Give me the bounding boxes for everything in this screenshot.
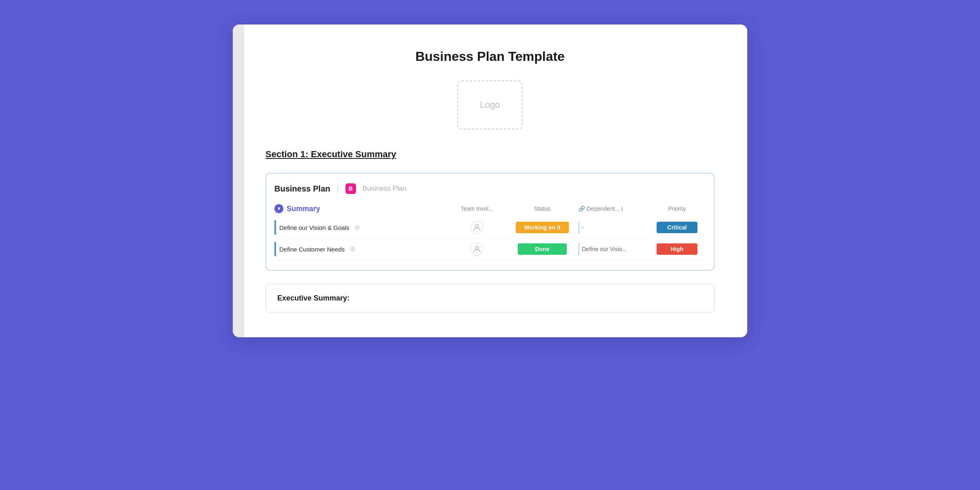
add-subtask-icon[interactable]: ⊕ [350,245,356,254]
depends-value: - [582,224,584,231]
priority-badge: Critical [657,222,697,233]
logo-placeholder: Logo [457,80,523,129]
group-label: Summary [287,205,320,213]
depends-cell: Define our Visio... [575,239,648,259]
col-header-priority: Priority [648,204,706,214]
task-name-cell: Define Customer Needs ⊕ [274,238,444,260]
avatar [470,221,483,234]
document-container: Business Plan Template Logo Section 1: E… [233,24,747,337]
board-header: Business Plan | B Business Plan [274,183,706,194]
task-name: Define Customer Needs [279,246,345,253]
team-cell [444,218,510,237]
section-heading: Section 1: Executive Summary [265,149,715,160]
task-rows-container: Define our Vision & Goals ⊕ Working on i… [274,217,706,260]
board-title: Business Plan [274,184,330,194]
depends-cell: - [575,218,648,237]
board-badge-label: Business Plan [363,185,407,193]
summary-group: ▼ Summary Team Invol... Status 🔗 Depende… [274,204,706,260]
svg-point-0 [475,225,479,228]
depends-bar [578,221,579,234]
status-badge: Done [518,243,567,255]
priority-cell: Critical [648,218,706,236]
task-name-cell: Define our Vision & Goals ⊕ [274,217,444,238]
task-color-bar [274,220,276,235]
depends-bar [578,243,579,256]
task-color-bar [274,242,276,256]
link-icon: 🔗 [578,205,585,212]
board-badge: B [345,183,356,194]
task-name: Define our Vision & Goals [279,224,349,231]
doc-title: Business Plan Template [265,49,715,64]
exec-summary-card: Executive Summary: [265,284,715,313]
status-badge: Working on it [516,222,568,233]
summary-header-row: ▼ Summary Team Invol... Status 🔗 Depende… [274,204,706,214]
col-header-status: Status [510,204,575,214]
col-header-team: Team Invol... [444,204,510,214]
group-chevron-icon[interactable]: ▼ [274,204,283,213]
team-cell [444,239,510,259]
status-cell: Done [510,240,575,258]
exec-summary-title: Executive Summary: [277,294,350,302]
doc-sidebar-strip [233,24,244,337]
col-header-task [336,204,444,214]
status-cell: Working on it [510,218,575,236]
priority-badge: High [657,243,697,255]
info-icon: ℹ [621,206,623,212]
priority-cell: High [648,240,706,258]
svg-point-1 [475,246,479,249]
avatar [470,243,483,256]
add-subtask-icon[interactable]: ⊕ [354,223,360,232]
table-row: Define our Vision & Goals ⊕ Working on i… [274,217,706,238]
board-separator: | [337,184,339,194]
col-header-depends: 🔗 Dependent... ℹ [575,204,648,214]
table-row: Define Customer Needs ⊕ Done Define our … [274,238,706,260]
depends-value: Define our Visio... [582,246,627,252]
task-board-embed: Business Plan | B Business Plan ▼ Summar… [265,173,715,271]
doc-content: Business Plan Template Logo Section 1: E… [265,49,715,313]
